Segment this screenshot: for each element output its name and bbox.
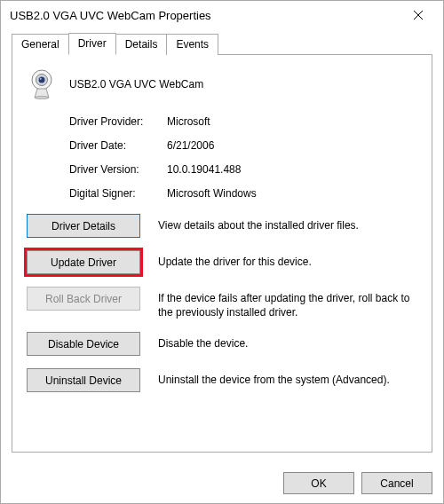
version-label: Driver Version: bbox=[69, 163, 167, 176]
driver-details-button[interactable]: Driver Details bbox=[27, 214, 140, 238]
update-driver-desc: Update the driver for this device. bbox=[158, 250, 312, 269]
dialog-footer: OK Cancel bbox=[1, 463, 443, 503]
driver-details-desc: View details about the installed driver … bbox=[158, 214, 359, 232]
svg-point-6 bbox=[35, 96, 49, 98]
svg-point-4 bbox=[39, 77, 45, 83]
tab-driver[interactable]: Driver bbox=[68, 33, 116, 55]
tab-general[interactable]: General bbox=[12, 34, 69, 55]
uninstall-device-desc: Uninstall the device from the system (Ad… bbox=[158, 368, 390, 387]
tab-strip: General Driver Details Events bbox=[12, 33, 432, 54]
close-button[interactable] bbox=[400, 2, 436, 28]
provider-value: Microsoft bbox=[167, 115, 210, 128]
content-area: General Driver Details Events USB2.0 VGA… bbox=[1, 29, 443, 463]
version-value: 10.0.19041.488 bbox=[167, 163, 241, 176]
info-row-version: Driver Version: 10.0.19041.488 bbox=[69, 163, 417, 176]
action-row-uninstall: Uninstall Device Uninstall the device fr… bbox=[27, 368, 417, 392]
device-header: USB2.0 VGA UVC WebCam bbox=[27, 69, 417, 99]
update-driver-button[interactable]: Update Driver bbox=[27, 250, 140, 274]
roll-back-driver-desc: If the device fails after updating the d… bbox=[158, 287, 417, 319]
window-title: USB2.0 VGA UVC WebCam Properties bbox=[10, 9, 400, 22]
tab-details[interactable]: Details bbox=[115, 34, 168, 55]
close-icon bbox=[414, 11, 423, 20]
disable-device-button[interactable]: Disable Device bbox=[27, 332, 140, 356]
action-row-details: Driver Details View details about the in… bbox=[27, 214, 417, 238]
titlebar: USB2.0 VGA UVC WebCam Properties bbox=[1, 1, 443, 29]
disable-device-desc: Disable the device. bbox=[158, 332, 248, 350]
tab-events[interactable]: Events bbox=[166, 34, 218, 55]
action-row-update: Update Driver Update the driver for this… bbox=[27, 250, 417, 274]
driver-info: Driver Provider: Microsoft Driver Date: … bbox=[27, 115, 417, 200]
cancel-button[interactable]: Cancel bbox=[361, 472, 432, 494]
uninstall-device-button[interactable]: Uninstall Device bbox=[27, 368, 140, 392]
date-value: 6/21/2006 bbox=[167, 139, 214, 152]
info-row-provider: Driver Provider: Microsoft bbox=[69, 115, 417, 128]
date-label: Driver Date: bbox=[69, 139, 167, 152]
info-row-date: Driver Date: 6/21/2006 bbox=[69, 139, 417, 152]
ok-button[interactable]: OK bbox=[283, 472, 354, 494]
signer-value: Microsoft Windows bbox=[167, 187, 257, 200]
webcam-icon bbox=[27, 69, 57, 99]
device-name: USB2.0 VGA UVC WebCam bbox=[69, 78, 203, 91]
roll-back-driver-button: Roll Back Driver bbox=[27, 287, 140, 311]
signer-label: Digital Signer: bbox=[69, 187, 167, 200]
driver-panel: USB2.0 VGA UVC WebCam Driver Provider: M… bbox=[12, 54, 432, 453]
action-row-disable: Disable Device Disable the device. bbox=[27, 332, 417, 356]
properties-window: USB2.0 VGA UVC WebCam Properties General… bbox=[0, 0, 444, 504]
info-row-signer: Digital Signer: Microsoft Windows bbox=[69, 187, 417, 200]
provider-label: Driver Provider: bbox=[69, 115, 167, 128]
action-row-rollback: Roll Back Driver If the device fails aft… bbox=[27, 287, 417, 319]
svg-point-5 bbox=[40, 78, 42, 80]
